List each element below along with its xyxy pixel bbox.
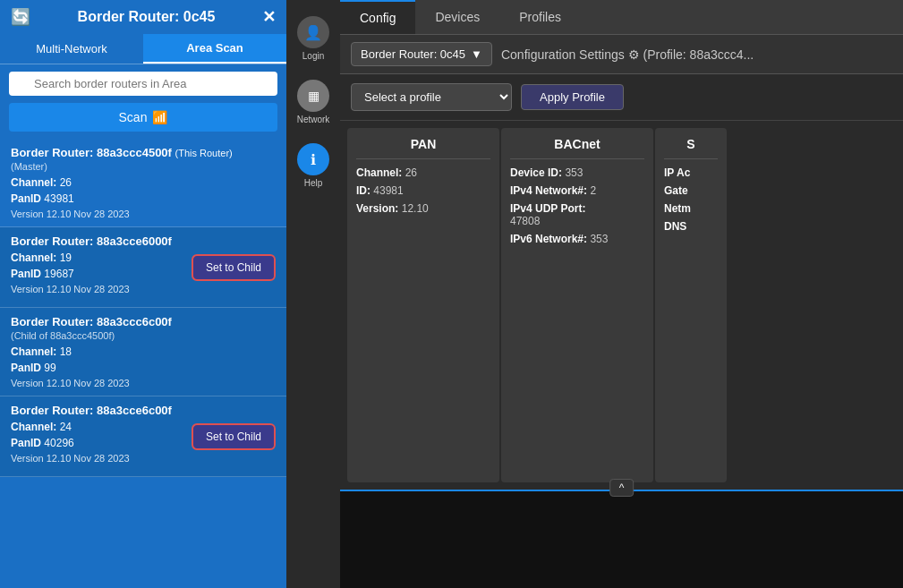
router-name: Border Router: 88a3cce6000f bbox=[11, 234, 276, 248]
pan-header: PAN bbox=[356, 137, 490, 159]
router-selector[interactable]: Border Router: 0c45 ▼ bbox=[351, 42, 492, 66]
search-row: 🔍 bbox=[0, 64, 286, 103]
sidebar-network[interactable]: ▦ Network bbox=[286, 72, 340, 132]
router-role: (Child of 88a3ccc4500f) bbox=[11, 330, 276, 341]
sidebar-login[interactable]: 👤 Login bbox=[286, 9, 340, 68]
config-header: Border Router: 0c45 ▼ Configuration Sett… bbox=[340, 35, 903, 74]
router-detail: Channel: 26 PanID 43981 bbox=[11, 175, 276, 207]
gear-icon: ⚙ bbox=[628, 47, 643, 62]
close-icon[interactable]: ✕ bbox=[262, 7, 276, 27]
router-item: Border Router: 88a3cce6c00f Channel: 24 … bbox=[0, 396, 286, 477]
network-label: Network bbox=[297, 115, 330, 124]
collapse-button[interactable]: ^ bbox=[609, 479, 635, 497]
router-selector-label: Border Router: 0c45 bbox=[361, 47, 465, 61]
id-field: ID: 43981 bbox=[356, 184, 490, 197]
config-settings-title: Configuration Settings ⚙ (Profile: 88a3c… bbox=[501, 47, 892, 62]
ipv6-network-field: IPv6 Network#: 353 bbox=[510, 233, 644, 245]
columns-area: PAN Channel: 26 ID: 43981 Version: 12.10… bbox=[340, 121, 903, 490]
netm-field: Netm bbox=[664, 202, 718, 215]
dns-field: DNS bbox=[664, 220, 718, 233]
bacnet-header: BACnet bbox=[510, 137, 644, 159]
router-name: Border Router: 88a3ccc6c00f bbox=[11, 315, 276, 328]
chevron-down-icon: ▼ bbox=[471, 47, 482, 61]
login-icon: 👤 bbox=[297, 16, 329, 48]
scan-label: Scan bbox=[119, 110, 148, 124]
router-list: Border Router: 88a3ccc4500f (This Router… bbox=[0, 139, 286, 588]
bacnet-column: BACnet Device ID: 353 IPv4 Network#: 2 I… bbox=[501, 128, 653, 482]
ip-header: S bbox=[664, 137, 718, 159]
tab-area-scan[interactable]: Area Scan bbox=[143, 34, 286, 64]
router-name: Border Router: 88a3ccc4500f (This Router… bbox=[11, 146, 276, 159]
wifi-icon: 📶 bbox=[152, 110, 167, 124]
tab-devices[interactable]: Devices bbox=[415, 0, 499, 34]
window-title: Border Router: 0c45 bbox=[78, 9, 216, 25]
device-id-field: Device ID: 353 bbox=[510, 166, 644, 179]
pan-column: PAN Channel: 26 ID: 43981 Version: 12.10 bbox=[347, 128, 499, 482]
router-detail: Channel: 18 PanID 99 bbox=[11, 344, 276, 376]
router-version: Version 12.10 Nov 28 2023 bbox=[11, 378, 276, 388]
sidebar-help[interactable]: ℹ Help bbox=[286, 136, 340, 195]
search-wrapper: 🔍 bbox=[9, 72, 277, 96]
login-label: Login bbox=[302, 51, 324, 61]
version-field: Version: 12.10 bbox=[356, 202, 490, 215]
router-version: Version 12.10 Nov 28 2023 bbox=[11, 453, 276, 464]
help-label: Help bbox=[304, 178, 323, 188]
refresh-icon[interactable]: 🔄 bbox=[11, 7, 30, 27]
profile-row: Select a profile Apply Profile bbox=[340, 74, 903, 121]
bottom-panel: ^ bbox=[340, 490, 903, 588]
network-icon: ▦ bbox=[297, 80, 329, 112]
router-name: Border Router: 88a3cce6c00f bbox=[11, 404, 276, 417]
channel-field: Channel: 26 bbox=[356, 166, 490, 179]
ipv4-network-field: IPv4 Network#: 2 bbox=[510, 184, 644, 197]
ip-ac-field: IP Ac bbox=[664, 166, 718, 179]
search-input[interactable] bbox=[9, 72, 277, 96]
apply-profile-button[interactable]: Apply Profile bbox=[521, 84, 624, 110]
main-tab-bar: Config Devices Profiles bbox=[340, 0, 903, 35]
router-version: Version 12.10 Nov 28 2023 bbox=[11, 284, 276, 294]
left-panel: 🔄 Border Router: 0c45 ✕ Multi-Network Ar… bbox=[0, 0, 286, 588]
router-item: Border Router: 88a3ccc4500f (This Router… bbox=[0, 139, 286, 227]
router-role: (Master) bbox=[11, 161, 276, 172]
tab-config[interactable]: Config bbox=[340, 0, 415, 34]
router-item: Border Router: 88a3ccc6c00f (Child of 88… bbox=[0, 308, 286, 396]
scan-button[interactable]: Scan 📶 bbox=[9, 103, 277, 132]
help-icon: ℹ bbox=[297, 143, 329, 175]
set-child-button-1[interactable]: Set to Child bbox=[192, 254, 276, 281]
title-bar: 🔄 Border Router: 0c45 ✕ bbox=[0, 0, 286, 34]
set-child-button-2[interactable]: Set to Child bbox=[192, 423, 276, 450]
ip-column: S IP Ac Gate Netm DNS bbox=[655, 128, 727, 482]
main-content: Config Devices Profiles Border Router: 0… bbox=[340, 0, 903, 588]
left-tab-row: Multi-Network Area Scan bbox=[0, 34, 286, 64]
tab-multi-network[interactable]: Multi-Network bbox=[0, 34, 143, 64]
ipv4-udp-port-field: IPv4 UDP Port:47808 bbox=[510, 202, 644, 227]
router-item: Border Router: 88a3cce6000f Channel: 19 … bbox=[0, 227, 286, 308]
profile-select[interactable]: Select a profile bbox=[351, 83, 512, 111]
icon-sidebar: 👤 Login ▦ Network ℹ Help bbox=[286, 0, 340, 588]
tab-profiles[interactable]: Profiles bbox=[499, 0, 581, 34]
gate-field: Gate bbox=[664, 184, 718, 197]
router-version: Version 12.10 Nov 28 2023 bbox=[11, 209, 276, 219]
